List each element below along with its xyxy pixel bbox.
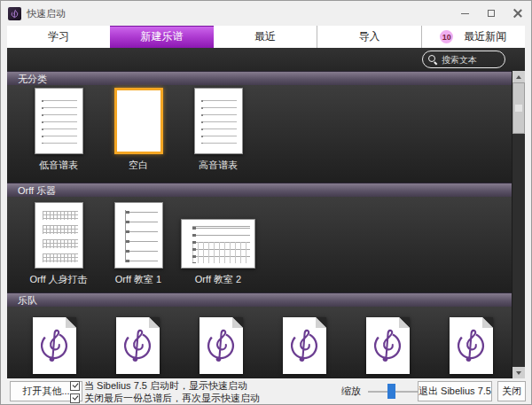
percussion-grid — [43, 211, 78, 262]
close-icon — [513, 9, 522, 18]
template-label: 高音谱表 — [199, 159, 238, 172]
sibelius-app-icon — [8, 7, 21, 20]
thumb-row-orff: Orff 人身打击 Orff 教室 1 Orff 教室 2 — [7, 202, 512, 286]
thumb-row-uncategorized: 低音谱表 空白 高音谱表 — [7, 88, 512, 172]
template-label: 空白 — [129, 159, 148, 172]
search-box[interactable] — [422, 51, 505, 68]
tab-latest-news-label: 最近新闻 — [464, 29, 506, 44]
close-window-button[interactable] — [505, 1, 531, 26]
treble-clef-icon — [453, 325, 489, 364]
maximize-icon — [488, 10, 495, 17]
quick-start-window: 快速启动 学习 新建乐谱 最近 导入 10 最近新闻 无分类 — [0, 0, 532, 405]
tab-learn[interactable]: 学习 — [7, 26, 110, 48]
band-icons-row — [7, 307, 512, 374]
search-input[interactable] — [442, 55, 499, 65]
tab-recent[interactable]: 最近 — [214, 26, 317, 48]
tab-new-score[interactable]: 新建乐谱 — [110, 26, 213, 48]
zoom-slider[interactable] — [368, 391, 421, 393]
tab-latest-news[interactable]: 10 最近新闻 — [421, 26, 525, 48]
instrument-staves — [125, 210, 158, 262]
search-row — [7, 48, 525, 71]
show-on-startup-checkbox-row[interactable]: 当 Sibelius 7.5 启动时，显示快速启动 — [70, 380, 260, 391]
orff-body-percussion-thumbnail[interactable] — [35, 202, 83, 269]
template-item-bass-staff: 低音谱表 — [19, 88, 98, 172]
section-body-uncategorized: 低音谱表 空白 高音谱表 — [7, 85, 512, 183]
blank-thumbnail-selected[interactable] — [114, 88, 163, 154]
staff-lines — [42, 100, 77, 144]
treble-clef-icon — [370, 325, 405, 364]
scrollbar-thumb[interactable] — [512, 82, 525, 134]
news-count-badge: 10 — [440, 30, 453, 43]
chevron-down-icon — [516, 371, 521, 375]
zoom-label: 缩放 — [341, 385, 361, 398]
tab-learn-label: 学习 — [48, 29, 69, 44]
show-after-close-label: 关闭最后一份总谱后，再次显示快速启动 — [84, 392, 260, 405]
close-dialog-button[interactable]: 关闭 — [497, 381, 526, 401]
tab-new-score-label: 新建乐谱 — [141, 29, 184, 44]
treble-clef-icon — [286, 325, 322, 364]
template-item-treble-staff: 高音谱表 — [178, 88, 258, 172]
score-file-icon[interactable] — [33, 317, 76, 374]
staff-lines — [201, 100, 237, 144]
checkbox-checked-icon[interactable] — [70, 381, 80, 391]
zoom-control: 缩放 — [341, 378, 421, 404]
footer-bar: 打开其他... 当 Sibelius 7.5 启动时，显示快速启动 关闭最后一份… — [1, 378, 531, 404]
treble-clef-icon — [36, 325, 72, 364]
tab-import[interactable]: 导入 — [317, 26, 420, 48]
tab-import-label: 导入 — [358, 29, 379, 44]
template-sections: 无分类 低音谱表 空白 高音谱表 — [7, 71, 512, 378]
quit-sibelius-button[interactable]: 退出 Sibelius 7.5 — [418, 381, 492, 401]
titlebar: 快速启动 — [1, 1, 531, 26]
section-header-uncategorized: 无分类 — [7, 71, 512, 85]
score-file-icon[interactable] — [366, 317, 410, 374]
bass-staff-thumbnail[interactable] — [35, 88, 83, 154]
orff-classroom2-thumbnail[interactable] — [181, 219, 255, 269]
scroll-up-button[interactable] — [512, 71, 525, 82]
tab-recent-label: 最近 — [254, 29, 276, 44]
minimize-button[interactable] — [451, 1, 478, 26]
show-after-close-checkbox-row[interactable]: 关闭最后一份总谱后，再次显示快速启动 — [70, 393, 260, 403]
treble-clef-icon — [120, 325, 155, 364]
template-label: Orff 教室 1 — [115, 273, 161, 286]
template-label: 低音谱表 — [39, 159, 78, 172]
template-item-orff-room2: Orff 教室 2 — [178, 219, 258, 286]
window-title: 快速启动 — [27, 7, 66, 20]
orff-classroom1-thumbnail[interactable] — [114, 202, 163, 269]
vertical-scrollbar[interactable] — [512, 71, 525, 378]
template-label: Orff 人身打击 — [29, 273, 87, 286]
section-header-orff: Orff 乐器 — [7, 183, 512, 197]
startup-options: 当 Sibelius 7.5 启动时，显示快速启动 关闭最后一份总谱后，再次显示… — [70, 380, 260, 403]
treble-clef-icon — [203, 325, 239, 364]
search-icon — [428, 55, 437, 64]
content-area: 无分类 低音谱表 空白 高音谱表 — [7, 48, 525, 378]
minimize-icon — [461, 13, 469, 14]
section-body-orff: Orff 人身打击 Orff 教室 1 Orff 教室 2 — [7, 197, 512, 292]
score-file-icon[interactable] — [116, 317, 160, 374]
template-item-orff-body: Orff 人身打击 — [19, 202, 98, 286]
score-file-icon[interactable] — [200, 317, 243, 374]
chevron-up-icon — [516, 75, 521, 79]
template-item-blank: 空白 — [98, 88, 178, 172]
show-on-startup-label: 当 Sibelius 7.5 启动时，显示快速启动 — [84, 379, 247, 393]
window-controls — [451, 1, 531, 26]
score-file-icon[interactable] — [450, 317, 493, 374]
instrument-staves-grid — [192, 226, 250, 263]
treble-staff-thumbnail[interactable] — [194, 88, 243, 154]
checkbox-checked-icon[interactable] — [70, 393, 80, 403]
template-item-orff-room1: Orff 教室 1 — [98, 202, 178, 286]
section-body-band — [7, 307, 512, 378]
maximize-button[interactable] — [478, 1, 505, 26]
template-label: Orff 教室 2 — [195, 273, 241, 286]
tabbar: 学习 新建乐谱 最近 导入 10 最近新闻 — [7, 26, 525, 48]
score-file-icon[interactable] — [283, 317, 326, 374]
section-header-band: 乐队 — [7, 292, 512, 307]
zoom-slider-handle[interactable] — [387, 384, 395, 399]
scroll-down-button[interactable] — [512, 367, 525, 378]
